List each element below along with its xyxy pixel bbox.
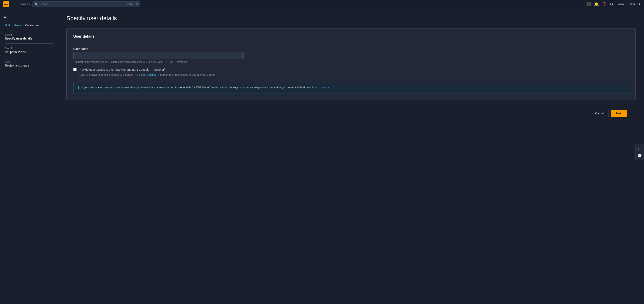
right-info-icon[interactable]: ℹ [637,145,642,151]
top-navigation: aws ⊞ Services 🔍 [Option+S] ⬛ 🔔 ❓ ⚙ Glob… [0,0,644,8]
learn-more-link[interactable]: Learn more ↗ [312,86,329,89]
step-1: Step 1 Specify user details [5,34,53,40]
services-label[interactable]: Services [18,3,30,6]
external-link-icon: ↗ [158,74,160,76]
sidebar: ☰ IAM › Users › Create user Step 1 Speci… [0,8,58,304]
info-box: ℹ If you are creating programmatic acces… [73,82,629,94]
step-1-label: Step 1 [5,34,53,36]
console-access-text: Provide user access to the AWS Managemen… [79,68,149,71]
console-access-checkbox[interactable] [73,68,76,71]
breadcrumb-iam[interactable]: IAM [5,24,10,27]
aws-logo[interactable]: aws [3,1,9,7]
best-practice-link[interactable]: best practice ↗ [141,73,160,76]
page-title: Specify user details [66,15,636,22]
sidebar-toggle[interactable]: ☰ [0,13,58,20]
cancel-button[interactable]: Cancel [591,110,609,117]
user-menu[interactable]: Upmaru ▼ [628,3,641,6]
step-2-label: Step 2 [5,47,53,50]
console-access-label-group: Provide user access to the AWS Managemen… [79,68,215,77]
step-2: Step 2 Set permissions [5,47,53,54]
search-shortcut: [Option+S] [127,3,138,6]
grid-icon[interactable]: ⊞ [12,1,16,7]
search-icon: 🔍 [34,3,38,6]
right-clock-icon[interactable]: 🕐 [637,153,642,159]
content-area: Specify user details User details User n… [58,8,644,304]
username-label: User name [73,47,629,51]
aws-logo-icon: aws [3,1,9,7]
footer-actions: Cancel Next [66,105,636,122]
step-3: Step 3 Review and create [5,61,53,67]
info-text-content: If you are creating programmatic access … [82,85,329,90]
region-selector[interactable]: Global [616,3,624,6]
breadcrumb-users[interactable]: Users [14,24,21,27]
settings-icon[interactable]: ⚙ [610,2,613,7]
step-3-title: Review and create [5,64,53,67]
info-circle-icon: ℹ [78,86,79,90]
nav-right-area: ⬛ 🔔 ❓ ⚙ Global Upmaru ▼ [586,2,641,7]
breadcrumb-sep-2: › [23,24,24,27]
username-input[interactable] [73,52,244,59]
console-access-row: Provide user access to the AWS Managemen… [73,68,629,77]
breadcrumb-sep-1: › [12,24,12,27]
search-input[interactable] [40,3,126,6]
username-group: User name The user name can have up to 6… [73,47,629,63]
next-button[interactable]: Next [611,110,628,117]
console-access-sublabel: If you're providing console access to a … [79,73,215,77]
step-2-title: Set permissions [5,50,53,54]
console-access-optional: – - optional [150,68,164,71]
step-1-title: Specify user details [5,37,53,40]
breadcrumb-current: Create user [25,24,39,27]
right-panel-icons: ℹ 🕐 [635,144,644,160]
help-icon[interactable]: ❓ [602,2,607,7]
steps-list: Step 1 Specify user details Step 2 Set p… [0,29,58,67]
user-details-card: User details User name The user name can… [66,28,636,100]
breadcrumb-area: IAM › Users › Create user [0,20,58,29]
svg-text:aws: aws [4,3,8,6]
console-access-label[interactable]: Provide user access to the AWS Managemen… [79,68,165,71]
card-title: User details [73,34,629,42]
breadcrumb: IAM › Users › Create user [5,24,53,27]
step-3-label: Step 3 [5,61,53,63]
bell-icon[interactable]: 🔔 [594,2,599,7]
cloud-shell-icon[interactable]: ⬛ [586,2,591,7]
main-layout: ☰ IAM › Users › Create user Step 1 Speci… [0,8,644,304]
search-bar[interactable]: 🔍 [Option+S] [32,2,140,7]
username-hint: The user name can have up to 64 characte… [73,61,629,63]
